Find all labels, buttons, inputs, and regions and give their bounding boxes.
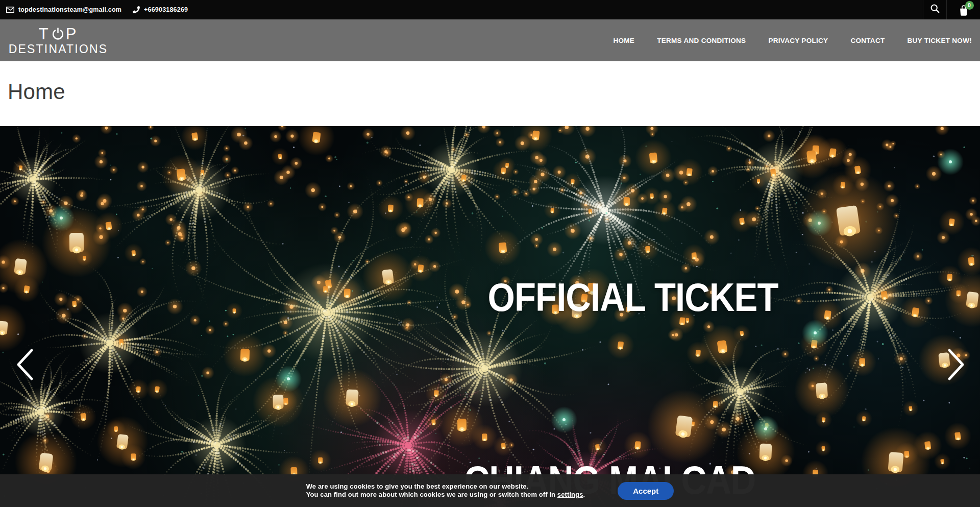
page-title: Home: [0, 61, 980, 104]
email-text: topdestinationsteam@gmail.com: [18, 6, 121, 13]
nav-item-terms[interactable]: TERMS AND CONDITIONS: [657, 37, 746, 44]
chevron-right-icon: [946, 348, 967, 382]
logo-letter-p: P: [66, 26, 78, 42]
envelope-icon: [6, 7, 14, 13]
phone-text: +66903186269: [144, 6, 188, 13]
main-menu: HOME TERMS AND CONDITIONS PRIVACY POLICY…: [613, 36, 980, 45]
carousel-next-button[interactable]: [942, 347, 971, 383]
cookie-line1: We are using cookies to give you the bes…: [306, 482, 585, 491]
carousel-prev-button[interactable]: [10, 347, 39, 383]
chevron-left-icon: [14, 348, 35, 382]
cookie-settings-link[interactable]: settings: [557, 491, 583, 498]
nav-item-buy-ticket[interactable]: BUY TICKET NOW!: [908, 37, 972, 44]
nav-item-contact[interactable]: CONTACT: [850, 37, 885, 44]
page-header: Home: [0, 61, 980, 126]
email-link[interactable]: topdestinationsteam@gmail.com: [6, 6, 121, 13]
nav-item-home[interactable]: HOME: [613, 37, 634, 44]
hero-carousel: OFFICIAL TICKET CHIANG MAI CAD: [0, 126, 980, 507]
logo-top-line: T P: [8, 26, 108, 42]
main-navbar: T P DESTINATIONS HOME TERMS AND CONDITIO…: [0, 19, 980, 61]
site-logo[interactable]: T P DESTINATIONS: [8, 26, 108, 55]
topbar-actions: 0: [923, 0, 980, 19]
cookie-message: We are using cookies to give you the bes…: [306, 482, 585, 499]
cart-button[interactable]: 0: [946, 0, 980, 19]
logo-bottom-line: DESTINATIONS: [8, 43, 108, 55]
search-icon: [930, 4, 940, 16]
hero-caption-main: OFFICIAL TICKET: [488, 277, 778, 317]
search-button[interactable]: [923, 0, 946, 19]
phone-icon: [133, 6, 140, 13]
topbar: topdestinationsteam@gmail.com +669031862…: [0, 0, 980, 19]
power-icon: [51, 26, 65, 41]
cookie-line2: You can find out more about which cookie…: [306, 491, 585, 499]
cart-count-badge: 0: [965, 1, 974, 10]
topbar-contacts: topdestinationsteam@gmail.com +669031862…: [0, 0, 188, 19]
logo-letter-t: T: [39, 26, 50, 42]
cookie-consent-bar: We are using cookies to give you the bes…: [0, 474, 980, 507]
shopping-bag-icon: 0: [958, 3, 970, 16]
phone-link[interactable]: +66903186269: [133, 6, 188, 13]
nav-item-privacy[interactable]: PRIVACY POLICY: [768, 37, 828, 44]
cookie-accept-button[interactable]: Accept: [618, 482, 674, 500]
